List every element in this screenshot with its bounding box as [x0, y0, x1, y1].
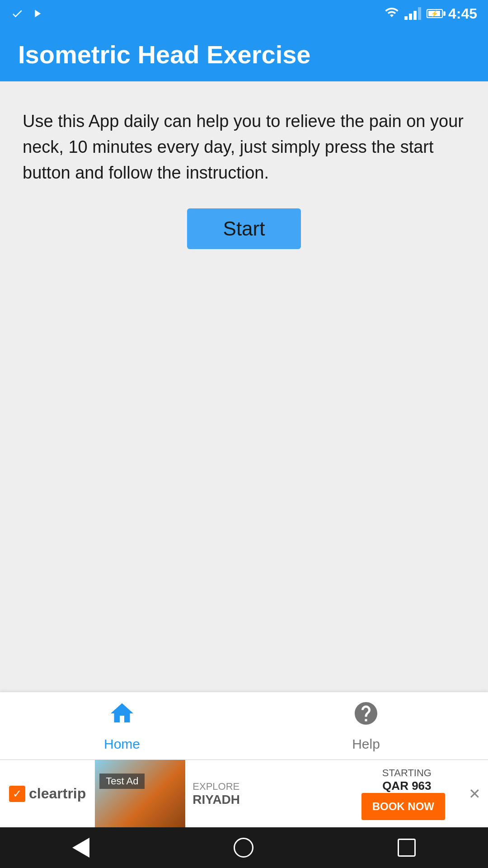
ad-logo: ✓ cleartrip [0, 785, 95, 802]
ad-starting: STARTING [382, 767, 432, 779]
ad-book-section: STARTING QAR 963 BOOK NOW [361, 767, 452, 820]
app-icon-1 [11, 7, 23, 20]
home-icon [108, 700, 136, 733]
ad-content: ✓ cleartrip Test Ad EXPLORE RIYADH START… [0, 760, 488, 827]
nav-item-home[interactable]: Home [0, 700, 244, 752]
cleartrip-checkbox-icon: ✓ [9, 786, 25, 802]
help-icon [352, 700, 380, 733]
app-title: Isometric Head Exercise [18, 40, 310, 69]
home-button[interactable] [234, 838, 253, 858]
app-bar: Isometric Head Exercise [0, 27, 488, 81]
ad-image: Test Ad [95, 760, 185, 828]
system-nav-bar [0, 827, 488, 868]
start-button[interactable]: Start [187, 208, 301, 249]
cleartrip-brand: cleartrip [29, 785, 86, 802]
status-bar-right: ⚡ 4:45 [385, 5, 477, 23]
ad-test-badge: Test Ad [99, 774, 145, 789]
nav-item-help[interactable]: Help [244, 700, 488, 752]
status-bar-left [11, 7, 43, 20]
ad-close-icon[interactable]: ✕ [461, 785, 488, 802]
battery-icon: ⚡ [427, 9, 443, 18]
bottom-nav: Home Help [0, 692, 488, 760]
wifi-icon [385, 5, 399, 23]
back-button[interactable] [72, 838, 89, 858]
nav-label-help: Help [352, 736, 380, 752]
signal-icon [404, 7, 421, 20]
ad-banner[interactable]: ✓ cleartrip Test Ad EXPLORE RIYADH START… [0, 760, 488, 827]
status-time: 4:45 [448, 5, 477, 22]
status-bar: ⚡ 4:45 [0, 0, 488, 27]
ad-price: QAR 963 [382, 779, 431, 793]
ad-book-button[interactable]: BOOK NOW [361, 793, 445, 820]
description-text: Use this App daily can help you to relie… [23, 108, 465, 186]
nav-label-home: Home [104, 736, 140, 752]
app-icon-2 [31, 7, 43, 20]
ad-destination: EXPLORE RIYADH [185, 781, 247, 807]
main-content: Use this App daily can help you to relie… [0, 81, 488, 692]
recents-button[interactable] [398, 839, 416, 857]
